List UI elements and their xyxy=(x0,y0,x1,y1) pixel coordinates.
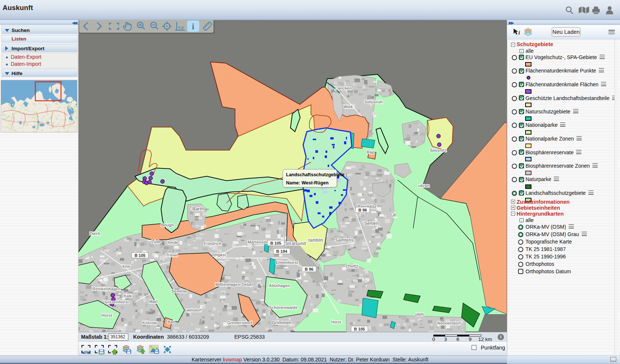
svg-text:Dierh: Dierh xyxy=(90,231,100,236)
svg-text:Barth: Barth xyxy=(192,206,204,212)
svg-text:B 96: B 96 xyxy=(305,267,313,271)
svg-text:Trinwi: Trinwi xyxy=(166,253,178,257)
svg-text:ukran: ukran xyxy=(418,183,430,188)
svg-text:x,y: x,y xyxy=(178,25,184,29)
svg-text:Gremersdorf: Gremersdorf xyxy=(227,320,252,325)
svg-text:B 96: B 96 xyxy=(358,208,367,212)
svg-text:Kölzow: Kölzow xyxy=(142,320,157,325)
svg-text:i: i xyxy=(518,30,520,36)
svg-text:Stralsund: Stralsund xyxy=(285,241,306,246)
svg-text:ubm: ubm xyxy=(415,312,424,316)
svg-text:Millienhagen-Oebel: Millienhagen-Oebel xyxy=(215,282,253,287)
svg-text:Samtens: Samtens xyxy=(335,238,354,243)
svg-text:Lancken: Lancken xyxy=(335,86,352,90)
svg-text:B 105: B 105 xyxy=(354,327,365,331)
svg-text:tambln: tambln xyxy=(308,238,323,243)
svg-text:B 194: B 194 xyxy=(276,249,287,254)
svg-text:Kalk: Kalk xyxy=(124,294,132,298)
svg-text:Rap: Rap xyxy=(367,150,375,154)
svg-text:Semlow: Semlow xyxy=(171,289,187,293)
svg-text:Elmenhorst: Elmenhorst xyxy=(276,260,298,265)
svg-text:Friedrich: Friedrich xyxy=(204,241,221,246)
svg-text:Schönenwalde: Schönenwalde xyxy=(269,305,298,310)
svg-text:Reinkenhagen: Reinkenhagen xyxy=(93,287,121,291)
svg-text:Horst: Horst xyxy=(102,313,112,318)
svg-text:welsdorf: welsdorf xyxy=(186,308,202,312)
svg-text:kow: kow xyxy=(122,264,131,268)
svg-text:Beugn: Beugn xyxy=(161,223,174,227)
svg-text:Grimmen: Grimmen xyxy=(272,320,292,325)
svg-text:Nonnendorf: Nonnendorf xyxy=(437,321,461,325)
svg-text:heide: heide xyxy=(168,240,179,245)
svg-text:Gresenhorst: Gresenhorst xyxy=(105,300,129,304)
svg-text:Abtshagen: Abtshagen xyxy=(269,283,290,288)
svg-text:Sassnitz: Sassnitz xyxy=(430,148,447,152)
svg-text:Velgäst: Velgäst xyxy=(212,252,226,257)
svg-text:B 105: B 105 xyxy=(135,253,145,258)
svg-text:Horst: Horst xyxy=(331,320,341,324)
svg-text:B 105: B 105 xyxy=(270,241,281,245)
svg-text:Sehlen: Sehlen xyxy=(364,221,379,226)
svg-text:Lüde: Lüde xyxy=(151,239,161,244)
svg-text:Wiek: Wiek xyxy=(343,104,353,109)
svg-text:Juliusruh: Juliusruh xyxy=(364,100,383,104)
svg-text:Marl: Marl xyxy=(149,299,158,304)
svg-text:chvitz: chvitz xyxy=(346,264,358,269)
svg-text:i: i xyxy=(192,22,195,31)
svg-text:Bad: Bad xyxy=(168,320,175,324)
